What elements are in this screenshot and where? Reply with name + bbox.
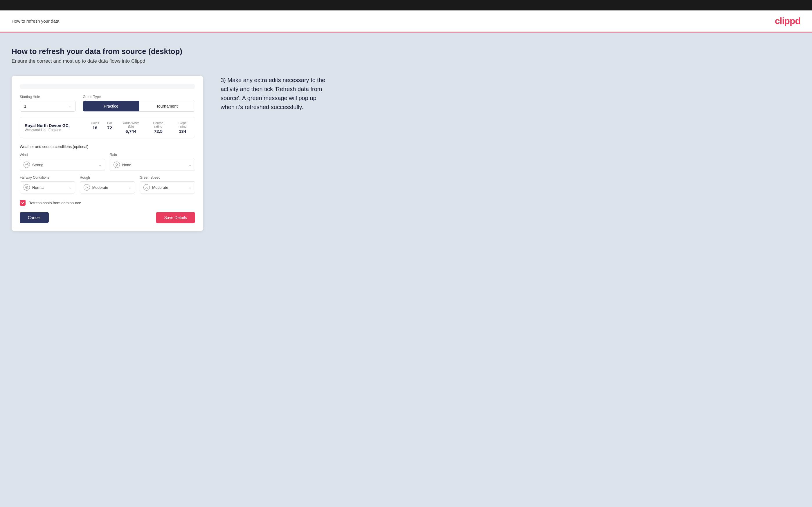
course-stats: Holes 18 Par 72 Yards/White (M)) 6,744 C… [91, 121, 190, 134]
starting-hole-value: 1 [24, 104, 27, 109]
slope-rating-value: 134 [175, 129, 190, 134]
yards-stat: Yards/White (M)) 6,744 [120, 121, 141, 134]
wind-label: Wind [20, 153, 105, 157]
side-text-paragraph: 3) Make any extra edits necessary to the… [221, 76, 331, 112]
action-row: Cancel Save Details [20, 212, 195, 223]
page-heading: How to refresh your data from source (de… [12, 47, 800, 56]
fairway-value: Normal [32, 185, 44, 190]
cancel-button[interactable]: Cancel [20, 212, 49, 223]
rain-select[interactable]: None ⌄ [110, 159, 195, 171]
course-info: Royal North Devon GC, Westward Ho!, Engl… [25, 123, 91, 132]
main-content: How to refresh your data from source (de… [0, 33, 812, 507]
svg-point-2 [146, 188, 147, 188]
yards-label: Yards/White (M)) [120, 121, 141, 128]
conditions-grid-top: Wind Strong ⌄ [20, 153, 195, 171]
refresh-checkbox[interactable] [20, 200, 26, 206]
holes-value: 18 [91, 125, 99, 130]
holes-stat: Holes 18 [91, 121, 99, 134]
conditions-grid-bottom: Fairway Conditions Normal ⌄ [20, 175, 195, 193]
wind-select-inner: Strong [23, 162, 43, 168]
green-group: Green Speed Moderate ⌄ [140, 175, 195, 193]
rough-icon [84, 184, 90, 190]
fairway-label: Fairway Conditions [20, 175, 75, 179]
refresh-checkbox-row: Refresh shots from data source [20, 200, 195, 206]
side-text: 3) Make any extra edits necessary to the… [221, 76, 331, 112]
yards-value: 6,744 [120, 129, 141, 134]
course-rating-stat: Course rating 72.5 [150, 121, 167, 134]
par-value: 72 [107, 125, 112, 130]
course-location: Westward Ho!, England [25, 128, 91, 132]
green-chevron-icon: ⌄ [189, 186, 191, 189]
course-name: Royal North Devon GC, [25, 123, 91, 128]
course-rating-label: Course rating [150, 121, 167, 128]
starting-hole-select[interactable]: 1 ⌄ [20, 101, 76, 112]
page-subheading: Ensure the correct and most up to date d… [12, 58, 800, 64]
game-type-toggle: Practice Tournament [83, 101, 195, 112]
rough-label: Rough [80, 175, 135, 179]
wind-select[interactable]: Strong ⌄ [20, 159, 105, 171]
par-label: Par [107, 121, 112, 125]
header: How to refresh your data clippd [0, 10, 812, 33]
practice-toggle-btn[interactable]: Practice [83, 101, 139, 111]
rain-label: Rain [110, 153, 195, 157]
tournament-toggle-btn[interactable]: Tournament [139, 101, 195, 111]
rain-select-inner: None [113, 162, 131, 168]
rough-select[interactable]: Moderate ⌄ [80, 181, 135, 193]
rough-value: Moderate [92, 185, 108, 190]
green-select-inner: Moderate [143, 184, 168, 190]
green-select[interactable]: Moderate ⌄ [140, 181, 195, 193]
course-row: Royal North Devon GC, Westward Ho!, Engl… [20, 117, 195, 138]
rain-icon [113, 162, 120, 168]
game-type-group: Game Type Practice Tournament [83, 95, 195, 112]
course-rating-value: 72.5 [150, 129, 167, 134]
save-button[interactable]: Save Details [156, 212, 195, 223]
starting-hole-label: Starting Hole [20, 95, 76, 99]
wind-value: Strong [32, 163, 43, 167]
rough-chevron-icon: ⌄ [129, 186, 131, 189]
rough-group: Rough Moderate ⌄ [80, 175, 135, 193]
fairway-chevron-icon: ⌄ [69, 186, 71, 189]
holes-label: Holes [91, 121, 99, 125]
wind-group: Wind Strong ⌄ [20, 153, 105, 171]
rain-value: None [122, 163, 131, 167]
refresh-label: Refresh shots from data source [29, 201, 81, 205]
slope-rating-label: Slope rating [175, 121, 190, 128]
form-card: Starting Hole 1 ⌄ Game Type Practice Tou… [12, 76, 203, 231]
green-value: Moderate [152, 185, 168, 190]
green-speed-icon [143, 184, 150, 190]
game-type-label: Game Type [83, 95, 195, 99]
rough-select-inner: Moderate [84, 184, 108, 190]
starting-hole-group: Starting Hole 1 ⌄ [20, 95, 76, 112]
logo: clippd [775, 16, 800, 26]
wind-chevron-icon: ⌄ [99, 163, 101, 167]
fairway-group: Fairway Conditions Normal ⌄ [20, 175, 75, 193]
header-title: How to refresh your data [12, 18, 59, 23]
par-stat: Par 72 [107, 121, 112, 134]
starting-hole-chevron-icon: ⌄ [69, 104, 71, 108]
content-row: Starting Hole 1 ⌄ Game Type Practice Tou… [12, 76, 800, 231]
svg-point-0 [116, 164, 117, 165]
conditions-heading: Weather and course conditions (optional) [20, 145, 195, 149]
slope-rating-stat: Slope rating 134 [175, 121, 190, 134]
top-bar [0, 0, 812, 10]
fairway-select[interactable]: Normal ⌄ [20, 181, 75, 193]
form-card-top-placeholder [20, 84, 195, 89]
fairway-icon [23, 184, 30, 190]
rain-chevron-icon: ⌄ [189, 163, 191, 167]
starting-hole-game-type-row: Starting Hole 1 ⌄ Game Type Practice Tou… [20, 95, 195, 112]
green-label: Green Speed [140, 175, 195, 179]
fairway-select-inner: Normal [23, 184, 44, 190]
rain-group: Rain None ⌄ [110, 153, 195, 171]
wind-icon [23, 162, 30, 168]
